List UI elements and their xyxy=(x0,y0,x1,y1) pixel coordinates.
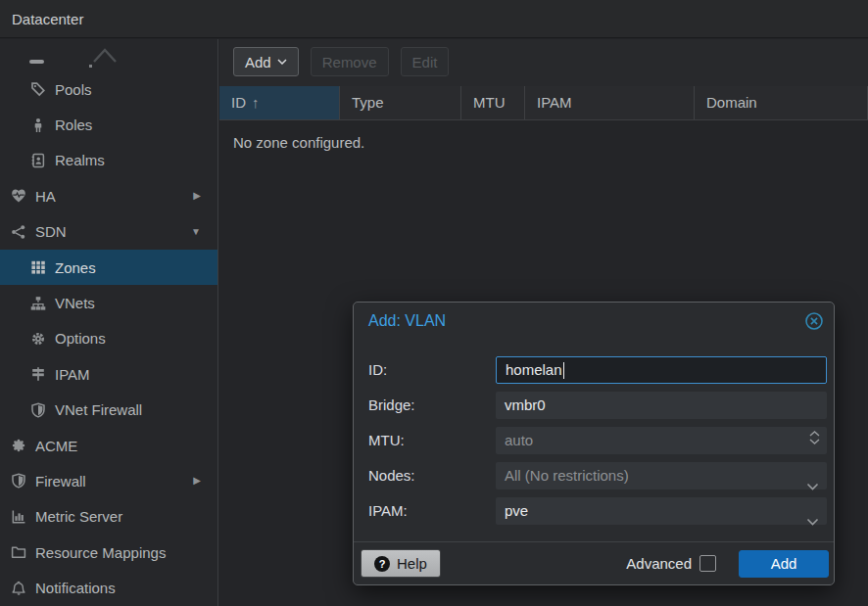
badge-icon xyxy=(10,438,27,453)
column-label: Domain xyxy=(706,94,757,111)
sidebar-item-metric-server[interactable]: Metric Server xyxy=(0,499,217,535)
close-icon[interactable] xyxy=(804,311,824,331)
sidebar-item-options[interactable]: Options xyxy=(0,321,217,356)
sidebar-item-label: IPAM xyxy=(55,366,90,383)
column-header-type[interactable]: Type xyxy=(340,86,461,119)
advanced-checkbox[interactable] xyxy=(699,555,716,572)
nodes-value: All (No restrictions) xyxy=(505,467,629,484)
chevron-down-icon[interactable] xyxy=(806,472,819,499)
sort-ascending-icon: ↑ xyxy=(252,94,260,111)
id-label: ID: xyxy=(368,356,496,384)
sidebar-item-resource-mappings[interactable]: Resource Mappings xyxy=(0,535,217,570)
dialog-header[interactable]: Add: VLAN xyxy=(354,303,834,338)
caret-right-icon[interactable]: ▶ xyxy=(193,191,201,202)
caret-down-icon[interactable]: ▼ xyxy=(191,226,201,237)
sidebar-item-sdn[interactable]: SDN▼ xyxy=(0,214,217,250)
sidebar-item-label: Options xyxy=(55,330,106,347)
sidebar-item-vnets[interactable]: VNets xyxy=(0,285,217,320)
edit-button-label: Edit xyxy=(412,54,438,70)
ipam-dropdown[interactable]: pve xyxy=(496,497,827,525)
sidebar-item-label: Roles xyxy=(55,117,92,133)
column-label: IPAM xyxy=(537,94,572,111)
mtu-label: MTU: xyxy=(368,427,496,454)
sidebar-item-realms[interactable]: Realms xyxy=(0,143,217,178)
sidebar-item-zones[interactable]: Zones xyxy=(0,250,217,285)
bridge-input[interactable]: vmbr0 xyxy=(496,392,827,419)
navigation-sidebar: PoolsRolesRealmsHA▶SDN▼ZonesVNetsOptions… xyxy=(0,39,218,606)
column-header-id[interactable]: ID↑ xyxy=(219,86,340,119)
advanced-label: Advanced xyxy=(626,555,692,572)
remove-button[interactable]: Remove xyxy=(311,47,389,76)
column-label: MTU xyxy=(473,94,506,111)
sidebar-item-pools[interactable]: Pools xyxy=(0,71,217,107)
mtu-value: auto xyxy=(505,432,533,448)
bell-icon xyxy=(10,581,27,596)
sidebar-item-label: HA xyxy=(35,188,56,205)
sidebar-item-ipam[interactable]: IPAM xyxy=(0,356,217,392)
empty-table-message: No zone configured. xyxy=(233,134,868,151)
sidebar-item-label: Firewall xyxy=(35,473,86,489)
remove-button-label: Remove xyxy=(322,54,377,70)
sidebar-item-firewall[interactable]: Firewall▶ xyxy=(0,463,217,498)
mtu-spinner-field[interactable]: auto xyxy=(496,427,827,454)
field-row-bridge: Bridge:vmbr0 xyxy=(368,392,827,419)
ipam-label: IPAM: xyxy=(368,497,496,525)
sidebar-item-ha[interactable]: HA▶ xyxy=(0,178,217,213)
gear-icon xyxy=(29,331,47,347)
chevron-down-icon xyxy=(277,59,287,65)
chevron-up-icon xyxy=(92,46,118,64)
sidebar-item-vnet-firewall[interactable]: VNet Firewall xyxy=(0,393,217,428)
zones-table-header: ID↑TypeMTUIPAMDomain xyxy=(219,86,868,120)
sidebar-item-roles[interactable]: Roles xyxy=(0,107,217,142)
nodes-dropdown[interactable]: All (No restrictions) xyxy=(496,462,827,489)
shield-icon xyxy=(29,402,47,418)
caret-right-icon[interactable]: ▶ xyxy=(193,476,201,487)
bridge-label: Bridge: xyxy=(368,392,496,419)
column-header-mtu[interactable]: MTU xyxy=(461,86,525,119)
partially-scrolled-item[interactable] xyxy=(0,39,217,71)
text-fragment xyxy=(89,65,92,68)
sidebar-item-label: ACME xyxy=(35,438,77,454)
sidebar-item-label: Realms xyxy=(55,152,105,168)
spinner-up-down-icon[interactable] xyxy=(809,431,820,444)
signpost-icon xyxy=(29,366,47,382)
text-cursor xyxy=(563,362,564,379)
shield-icon xyxy=(10,473,27,489)
page-title: Datacenter xyxy=(12,0,83,38)
help-button[interactable]: ? Help xyxy=(361,549,441,578)
bridge-value: vmbr0 xyxy=(505,396,546,413)
heartbeat-icon xyxy=(10,188,27,204)
grid-icon xyxy=(29,259,47,275)
sidebar-item-label: VNets xyxy=(55,295,95,311)
address-book-icon xyxy=(29,153,47,168)
column-header-ipam[interactable]: IPAM xyxy=(525,86,695,119)
add-button[interactable]: Add xyxy=(233,47,299,76)
id-input[interactable]: homelan xyxy=(496,356,827,384)
column-header-domain[interactable]: Domain xyxy=(695,86,868,119)
sidebar-item-acme[interactable]: ACME xyxy=(0,428,217,463)
field-row-mtu: MTU:auto xyxy=(368,427,827,454)
field-row-ipam: IPAM:pve xyxy=(368,497,827,525)
sidebar-item-label: Notifications xyxy=(35,580,116,596)
ipam-value: pve xyxy=(505,502,528,519)
sidebar-item-label: VNet Firewall xyxy=(55,401,142,418)
dialog-title: Add: VLAN xyxy=(368,303,446,340)
field-row-id: ID:homelan xyxy=(368,356,827,384)
share-nodes-icon xyxy=(10,224,27,240)
sidebar-item-label: SDN xyxy=(35,223,67,240)
help-button-label: Help xyxy=(397,555,427,572)
edit-button[interactable]: Edit xyxy=(401,47,450,76)
top-header-bar: Datacenter xyxy=(0,0,868,38)
sidebar-item-label: Pools xyxy=(55,81,92,98)
sidebar-item-label: Zones xyxy=(55,259,96,276)
sidebar-item-label: Resource Mappings xyxy=(35,544,166,561)
id-value: homelan xyxy=(506,361,562,378)
icon-fragment xyxy=(29,60,44,64)
nodes-label: Nodes: xyxy=(368,462,496,489)
add-submit-button[interactable]: Add xyxy=(739,550,829,578)
add-vlan-dialog: Add: VLAN ID:homelanBridge:vmbr0MTU:auto… xyxy=(353,302,835,585)
column-label: Type xyxy=(352,94,384,111)
add-button-label: Add xyxy=(245,54,271,70)
sidebar-item-notifications[interactable]: Notifications xyxy=(0,570,217,605)
chevron-down-icon[interactable] xyxy=(806,507,819,535)
